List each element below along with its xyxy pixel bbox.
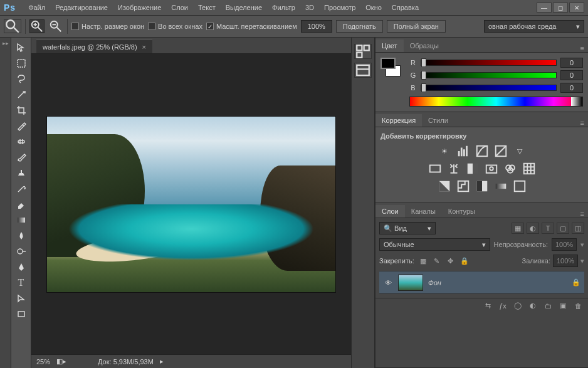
- lock-pixels-icon[interactable]: ✎: [432, 257, 442, 265]
- layer-thumbnail[interactable]: [398, 275, 423, 291]
- layers-tab[interactable]: Слои: [375, 205, 405, 218]
- clone-stamp-tool[interactable]: [13, 166, 29, 181]
- menu-text[interactable]: Текст: [193, 4, 221, 11]
- tool-preset-picker[interactable]: [4, 19, 21, 33]
- window-close-button[interactable]: ✕: [569, 3, 584, 13]
- eraser-tool[interactable]: [13, 197, 29, 212]
- bw-icon[interactable]: [466, 162, 480, 175]
- gradient-tool[interactable]: [13, 213, 29, 228]
- color-spectrum[interactable]: [409, 97, 583, 107]
- status-zoom[interactable]: 25%: [36, 358, 50, 365]
- menu-image[interactable]: Изображение: [113, 4, 166, 11]
- filter-smart-icon[interactable]: ◫: [572, 223, 584, 234]
- blend-mode-select[interactable]: Обычные▾: [379, 238, 490, 251]
- window-minimize-button[interactable]: —: [537, 3, 552, 13]
- threshold-icon[interactable]: [475, 180, 489, 192]
- fill-value[interactable]: 100%: [553, 255, 578, 267]
- color-panel-menu[interactable]: ≡: [577, 45, 588, 52]
- rectangle-tool[interactable]: [13, 307, 29, 322]
- selective-color-icon[interactable]: [513, 180, 527, 192]
- canvas-area[interactable]: [31, 54, 351, 354]
- photo-filter-icon[interactable]: [485, 162, 498, 175]
- move-tool[interactable]: [13, 40, 29, 55]
- menu-window[interactable]: Окно: [360, 4, 387, 11]
- document-canvas[interactable]: [47, 117, 335, 292]
- new-fill-icon[interactable]: ◐: [528, 302, 538, 310]
- menu-view[interactable]: Просмотр: [319, 4, 360, 11]
- status-doc-size[interactable]: Док: 5,93M/5,93M: [98, 358, 154, 365]
- eyedropper-tool[interactable]: [13, 118, 29, 134]
- menu-layers[interactable]: Слои: [166, 4, 193, 11]
- scrubby-zoom-option[interactable]: Масшт. перетаскиванием: [206, 23, 297, 30]
- marquee-tool[interactable]: [13, 56, 29, 71]
- levels-icon[interactable]: [456, 145, 470, 157]
- styles-tab[interactable]: Стили: [422, 114, 454, 127]
- opacity-chevron-icon[interactable]: ▾: [580, 241, 584, 249]
- adjustments-tab[interactable]: Коррекция: [375, 114, 422, 127]
- r-value[interactable]: 0: [560, 58, 583, 68]
- new-layer-icon[interactable]: ▣: [558, 302, 568, 310]
- channels-tab[interactable]: Каналы: [405, 205, 442, 218]
- status-nav-icon[interactable]: ◧▸: [56, 357, 66, 365]
- status-arrow-icon[interactable]: ▸: [160, 357, 164, 365]
- lock-transparency-icon[interactable]: ▩: [418, 257, 428, 265]
- new-group-icon[interactable]: 🗀: [543, 302, 553, 310]
- lock-position-icon[interactable]: ✥: [446, 257, 456, 265]
- swatches-tab[interactable]: Образцы: [404, 39, 445, 52]
- g-value[interactable]: 0: [560, 70, 583, 80]
- menu-file[interactable]: Файл: [23, 4, 50, 11]
- filter-pixel-icon[interactable]: ▦: [512, 223, 524, 234]
- type-tool[interactable]: T: [13, 275, 29, 290]
- g-slider[interactable]: [421, 72, 557, 78]
- fullscreen-button[interactable]: Полный экран: [387, 20, 446, 33]
- toolbox-collapse-strip[interactable]: ▸▸: [0, 38, 11, 368]
- magic-wand-tool[interactable]: [13, 87, 29, 102]
- layer-item[interactable]: 👁 Фон 🔒: [379, 271, 584, 294]
- lasso-tool[interactable]: [13, 71, 29, 87]
- vibrance-icon[interactable]: ▽: [513, 145, 527, 157]
- layer-mask-icon[interactable]: ◯: [513, 302, 523, 310]
- opacity-value[interactable]: 100%: [552, 238, 577, 251]
- crop-tool[interactable]: [13, 103, 29, 118]
- color-balance-icon[interactable]: [447, 162, 461, 175]
- menu-select[interactable]: Выделение: [221, 4, 267, 11]
- workspace-selector[interactable]: овная рабочая среда▾: [484, 20, 584, 33]
- all-windows-option[interactable]: Во всех окнах: [148, 23, 202, 30]
- layer-visibility-icon[interactable]: 👁: [383, 279, 393, 287]
- history-panel-icon[interactable]: [354, 44, 372, 59]
- layer-fx-icon[interactable]: ƒx: [498, 302, 508, 310]
- properties-panel-icon[interactable]: [354, 63, 372, 78]
- menu-3d[interactable]: 3D: [300, 4, 319, 11]
- blur-tool[interactable]: [13, 228, 29, 243]
- healing-brush-tool[interactable]: [13, 134, 29, 149]
- fill-chevron-icon[interactable]: ▾: [580, 257, 584, 265]
- filter-shape-icon[interactable]: ▢: [557, 223, 569, 234]
- resize-windows-option[interactable]: Настр. размер окон: [71, 23, 144, 30]
- filter-type-icon[interactable]: T: [542, 223, 554, 234]
- color-lookup-icon[interactable]: [522, 162, 536, 175]
- lock-all-icon[interactable]: 🔒: [459, 257, 470, 265]
- gradient-map-icon[interactable]: [494, 180, 508, 192]
- brush-tool[interactable]: [13, 150, 29, 165]
- foreground-swatch[interactable]: [381, 58, 396, 69]
- link-layers-icon[interactable]: ⇆: [483, 302, 493, 310]
- menu-edit[interactable]: Редактирование: [50, 4, 113, 11]
- b-value[interactable]: 0: [560, 83, 583, 93]
- b-slider[interactable]: [421, 85, 557, 91]
- menu-help[interactable]: Справка: [387, 4, 424, 11]
- layers-panel-menu[interactable]: ≡: [577, 210, 588, 218]
- brightness-icon[interactable]: ☀: [438, 145, 451, 157]
- zoom-out-button[interactable]: [48, 19, 63, 33]
- menu-filter[interactable]: Фильтр: [267, 4, 300, 11]
- curves-icon[interactable]: [475, 145, 489, 157]
- hue-sat-icon[interactable]: [428, 162, 442, 175]
- r-slider[interactable]: [421, 60, 557, 66]
- window-maximize-button[interactable]: ◻: [553, 3, 568, 13]
- invert-icon[interactable]: [438, 180, 451, 192]
- close-tab-icon[interactable]: ×: [142, 43, 146, 51]
- layer-filter-kind[interactable]: 🔍 Вид▾: [379, 222, 436, 234]
- history-brush-tool[interactable]: [13, 181, 29, 196]
- channel-mixer-icon[interactable]: [503, 162, 517, 175]
- layer-name[interactable]: Фон: [428, 279, 441, 287]
- fg-bg-swatches[interactable]: [381, 58, 401, 107]
